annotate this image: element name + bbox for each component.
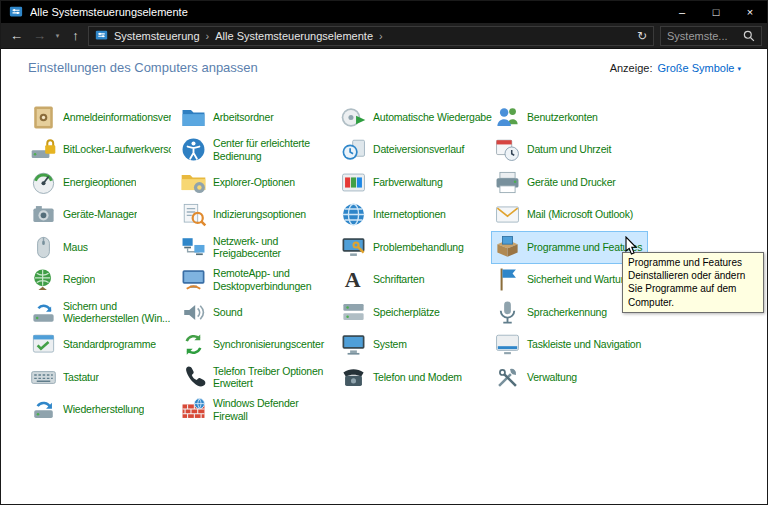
up-icon[interactable]: ↑ <box>65 29 86 42</box>
control-panel-item-network-sharing[interactable]: Netzwerk- und Freigabecenter <box>177 231 287 264</box>
control-panel-item-sync-center[interactable]: Synchronisierungscenter <box>177 328 330 361</box>
breadcrumb-alle-systemsteuerungselemente[interactable]: Alle Systemsteuerungselemente <box>215 30 373 42</box>
control-panel-item-phone-driver[interactable]: Telefon Treiber Optionen Erweitert <box>177 361 329 394</box>
item-label: Arbeitsordner <box>213 111 273 124</box>
search-box[interactable]: Systemste... <box>660 26 762 46</box>
breadcrumb-chevron-icon[interactable]: › <box>206 30 210 42</box>
recent-locations-chevron-icon[interactable]: ▾ <box>52 32 63 40</box>
control-panel-item-troubleshooting[interactable]: Problembehandlung <box>337 231 470 264</box>
internet-options-icon <box>340 201 367 228</box>
troubleshooting-icon <box>340 234 367 261</box>
item-label: Dateiversionsverlauf <box>373 143 464 156</box>
page-title: Einstellungen des Computers anpassen <box>28 60 258 75</box>
mouse-icon <box>30 234 57 261</box>
address-bar[interactable]: Systemsteuerung › Alle Systemsteuerungse… <box>88 26 654 46</box>
item-label: Netzwerk- und Freigabecenter <box>213 235 281 260</box>
backup-restore-icon <box>30 299 57 326</box>
control-panel-item-security-maintenance[interactable]: Sicherheit und Wartung <box>491 263 638 296</box>
control-panel-item-ease-of-access[interactable]: Center für erleichterte Bedienung <box>177 133 316 166</box>
control-panel-item-sound[interactable]: Sound <box>177 296 248 329</box>
control-panel-item-speech-recognition[interactable]: Spracherkennung <box>491 296 613 329</box>
window-title: Alle Systemsteuerungselemente <box>30 6 665 18</box>
control-panel-icon[interactable] <box>9 5 23 19</box>
maximize-button[interactable]: □ <box>699 1 733 23</box>
item-label: Synchronisierungscenter <box>213 338 324 351</box>
control-panel-item-indexing-options[interactable]: Indizierungsoptionen <box>177 198 312 231</box>
fonts-icon: A <box>340 266 367 293</box>
mail-icon <box>494 201 521 228</box>
control-panel-item-keyboard[interactable]: Tastatur <box>27 361 105 394</box>
control-panel-item-fonts[interactable]: ASchriftarten <box>337 263 430 296</box>
minimize-button[interactable]: – <box>665 1 699 23</box>
system-icon <box>340 331 367 358</box>
breadcrumb-systemsteuerung[interactable]: Systemsteuerung <box>114 30 200 42</box>
control-panel-item-mail[interactable]: Mail (Microsoft Outlook) <box>491 198 639 231</box>
item-label: Datum und Uhrzeit <box>527 143 611 156</box>
control-panel-icon <box>95 29 108 42</box>
view-dropdown[interactable]: Große Symbole ▾ <box>657 62 741 74</box>
credential-manager-icon <box>30 104 57 131</box>
close-button[interactable]: × <box>733 1 767 23</box>
content-area: Einstellungen des Computers anpassen Anz… <box>1 49 767 504</box>
control-panel-item-remoteapp[interactable]: RemoteApp- und Desktopverbindungen <box>177 263 317 296</box>
chevron-down-icon: ▾ <box>737 65 741 73</box>
control-panel-item-bitlocker[interactable]: BitLocker-Laufwerkversch... <box>27 133 177 166</box>
mouse-cursor <box>625 236 638 259</box>
control-panel-item-region[interactable]: Region <box>27 263 101 296</box>
item-label: Geräte-Manager <box>63 208 137 221</box>
control-panel-item-firewall[interactable]: Windows Defender Firewall <box>177 393 305 426</box>
search-icon <box>743 30 755 42</box>
control-panel-item-file-history[interactable]: Dateiversionsverlauf <box>337 133 470 166</box>
control-panel-item-taskbar[interactable]: Taskleiste und Navigation <box>491 328 647 361</box>
control-panel-item-credential-manager[interactable]: Anmeldeinformationsver... <box>27 101 177 134</box>
control-panel-window: Alle Systemsteuerungselemente – □ × ← → … <box>0 0 768 505</box>
sync-center-icon <box>180 331 207 358</box>
control-panel-item-devices-printers[interactable]: Geräte und Drucker <box>491 166 622 199</box>
tooltip-title: Programme und Features <box>628 256 758 269</box>
firewall-icon <box>180 396 207 423</box>
control-panel-item-system[interactable]: System <box>337 328 413 361</box>
control-panel-item-phone-modem[interactable]: Telefon und Modem <box>337 361 468 394</box>
item-label: Telefon Treiber Optionen Erweitert <box>213 365 323 390</box>
item-label: Problembehandlung <box>373 241 464 254</box>
control-panel-item-mouse[interactable]: Maus <box>27 231 94 264</box>
control-panel-item-default-programs[interactable]: Standardprogramme <box>27 328 162 361</box>
control-panel-item-work-folders[interactable]: Arbeitsordner <box>177 101 279 134</box>
content-header: Einstellungen des Computers anpassen Anz… <box>1 49 767 75</box>
control-panel-item-backup-restore[interactable]: Sichern und Wiederherstellen (Win... <box>27 296 176 329</box>
control-panel-item-date-time[interactable]: Datum und Uhrzeit <box>491 133 617 166</box>
item-label: Automatische Wiedergabe <box>373 111 492 124</box>
navigation-toolbar: ← → ▾ ↑ Systemsteuerung › Alle Systemste… <box>1 23 767 49</box>
devices-printers-icon <box>494 169 521 196</box>
item-label: BitLocker-Laufwerkversch... <box>63 143 171 156</box>
item-label: Energieoptionen <box>63 176 136 189</box>
control-panel-item-color-management[interactable]: Farbverwaltung <box>337 166 449 199</box>
control-panel-item-user-accounts[interactable]: Benutzerkonten <box>491 101 604 134</box>
back-icon[interactable]: ← <box>6 29 27 42</box>
control-panel-item-device-manager[interactable]: Geräte-Manager <box>27 198 143 231</box>
file-history-icon <box>340 136 367 163</box>
control-panel-item-autoplay[interactable]: Automatische Wiedergabe <box>337 101 491 134</box>
titlebar[interactable]: Alle Systemsteuerungselemente – □ × <box>1 1 767 23</box>
color-management-icon <box>340 169 367 196</box>
control-panel-item-recovery[interactable]: Wiederherstellung <box>27 393 150 426</box>
user-accounts-icon <box>494 104 521 131</box>
view-label: Anzeige: <box>610 62 653 74</box>
item-label: Verwaltung <box>527 371 577 384</box>
tooltip: Programme und Features Deinstallieren od… <box>622 252 764 313</box>
control-panel-item-admin-tools[interactable]: Verwaltung <box>491 361 583 394</box>
item-label: Mail (Microsoft Outlook) <box>527 208 633 221</box>
breadcrumb-chevron-icon[interactable]: › <box>379 30 383 42</box>
forward-icon[interactable]: → <box>29 29 50 42</box>
refresh-icon[interactable]: ↻ <box>637 29 647 43</box>
search-input[interactable]: Systemste... <box>667 30 739 42</box>
control-panel-item-power-options[interactable]: Energieoptionen <box>27 166 142 199</box>
work-folders-icon <box>180 104 207 131</box>
date-time-icon <box>494 136 521 163</box>
item-label: Geräte und Drucker <box>527 176 616 189</box>
phone-driver-icon <box>180 364 207 391</box>
control-panel-item-storage-spaces[interactable]: Speicherplätze <box>337 296 446 329</box>
control-panel-item-internet-options[interactable]: Internetoptionen <box>337 198 452 231</box>
control-panel-item-explorer-options[interactable]: Explorer-Optionen <box>177 166 301 199</box>
svg-text:A: A <box>345 267 361 292</box>
